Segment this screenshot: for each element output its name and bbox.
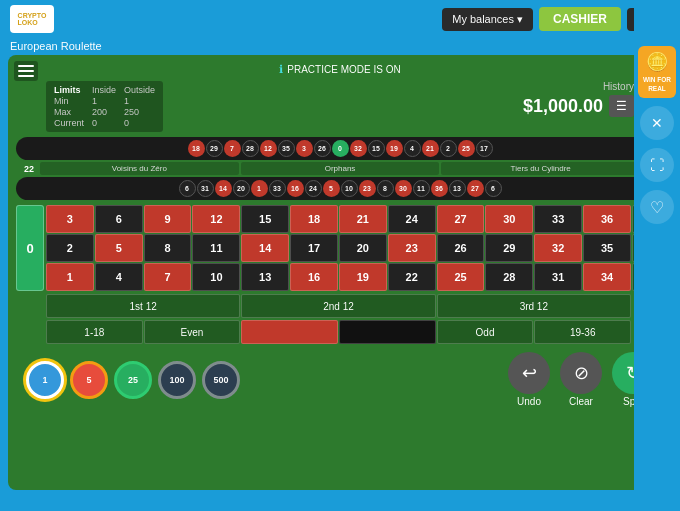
grid-cell[interactable]: 16 (290, 263, 338, 291)
grid-cell[interactable]: 14 (241, 234, 289, 262)
close-sidebar-button[interactable]: ✕ (640, 106, 674, 140)
chip-25[interactable]: 25 (114, 361, 152, 399)
orphans-btn[interactable]: Orphans (241, 162, 440, 175)
grid-cell[interactable]: 9 (144, 205, 192, 233)
wheel-number[interactable]: 30 (395, 180, 412, 197)
black-bet-btn[interactable] (339, 320, 436, 344)
third-12-btn[interactable]: 3rd 12 (437, 294, 631, 318)
voisins-btn[interactable]: Voisins du Zéro (40, 162, 239, 175)
red-bet-btn[interactable] (241, 320, 338, 344)
grid-cell[interactable]: 32 (534, 234, 582, 262)
wheel-number[interactable]: 15 (368, 140, 385, 157)
chip-1[interactable]: 1 (26, 361, 64, 399)
grid-cell[interactable]: 21 (339, 205, 387, 233)
grid-cell[interactable]: 33 (534, 205, 582, 233)
wheel-number[interactable]: 29 (206, 140, 223, 157)
grid-cell[interactable]: 7 (144, 263, 192, 291)
wheel-number[interactable]: 0 (332, 140, 349, 157)
wheel-number[interactable]: 24 (305, 180, 322, 197)
grid-cell[interactable]: 6 (95, 205, 143, 233)
cashier-button[interactable]: CASHIER (539, 7, 621, 31)
wheel-number[interactable]: 14 (215, 180, 232, 197)
grid-cell[interactable]: 27 (437, 205, 485, 233)
wheel-number[interactable]: 4 (404, 140, 421, 157)
grid-cell[interactable]: 13 (241, 263, 289, 291)
odd-bet-btn[interactable]: Odd (437, 320, 534, 344)
clear-button[interactable]: ⊘ Clear (560, 352, 602, 407)
wheel-number[interactable]: 21 (422, 140, 439, 157)
hamburger-menu[interactable] (14, 61, 38, 81)
grid-cell[interactable]: 24 (388, 205, 436, 233)
wheel-number[interactable]: 32 (350, 140, 367, 157)
wheel-number[interactable]: 8 (377, 180, 394, 197)
grid-cell[interactable]: 3 (46, 205, 94, 233)
second-12-btn[interactable]: 2nd 12 (241, 294, 435, 318)
grid-cell[interactable]: 20 (339, 234, 387, 262)
chip-500[interactable]: 500 (202, 361, 240, 399)
grid-cell[interactable]: 23 (388, 234, 436, 262)
grid-cell[interactable]: 4 (95, 263, 143, 291)
zero-cell[interactable]: 0 (16, 205, 44, 291)
expand-sidebar-button[interactable]: ⛶ (640, 148, 674, 182)
wheel-number[interactable]: 17 (476, 140, 493, 157)
chip-5[interactable]: 5 (70, 361, 108, 399)
wheel-number[interactable]: 36 (431, 180, 448, 197)
grid-cell[interactable]: 11 (192, 234, 240, 262)
grid-cell[interactable]: 29 (485, 234, 533, 262)
grid-cell[interactable]: 12 (192, 205, 240, 233)
wheel-number[interactable]: 6 (485, 180, 502, 197)
grid-cell[interactable]: 15 (241, 205, 289, 233)
favorite-sidebar-button[interactable]: ♡ (640, 190, 674, 224)
grid-cell[interactable]: 22 (388, 263, 436, 291)
even-bet-btn[interactable]: Even (144, 320, 241, 344)
wheel-number[interactable]: 18 (188, 140, 205, 157)
wheel-number[interactable]: 25 (458, 140, 475, 157)
first-12-btn[interactable]: 1st 12 (46, 294, 240, 318)
balance-menu-button[interactable]: ☰ (609, 95, 634, 117)
wheel-number[interactable]: 28 (242, 140, 259, 157)
wheel-number[interactable]: 13 (449, 180, 466, 197)
logo[interactable]: CRYPTOLOKO (10, 5, 54, 33)
wheel-number[interactable]: 5 (323, 180, 340, 197)
wheel-number[interactable]: 20 (233, 180, 250, 197)
grid-cell[interactable]: 35 (583, 234, 631, 262)
grid-cell[interactable]: 1 (46, 263, 94, 291)
wheel-number[interactable]: 35 (278, 140, 295, 157)
my-balances-button[interactable]: My balances ▾ (442, 8, 533, 31)
grid-cell[interactable]: 34 (583, 263, 631, 291)
grid-cell[interactable]: 2 (46, 234, 94, 262)
wheel-number[interactable]: 7 (224, 140, 241, 157)
grid-cell[interactable]: 36 (583, 205, 631, 233)
grid-cell[interactable]: 5 (95, 234, 143, 262)
win-for-real-btn[interactable]: 🪙 WIN FOR REAL (638, 46, 676, 98)
wheel-number[interactable]: 10 (341, 180, 358, 197)
wheel-number[interactable]: 1 (251, 180, 268, 197)
tiers-btn[interactable]: Tiers du Cylindre (441, 162, 640, 175)
wheel-number[interactable]: 16 (287, 180, 304, 197)
wheel-number[interactable]: 23 (359, 180, 376, 197)
high-bet-btn[interactable]: 19-36 (534, 320, 631, 344)
wheel-number[interactable]: 2 (440, 140, 457, 157)
grid-cell[interactable]: 28 (485, 263, 533, 291)
wheel-number[interactable]: 6 (179, 180, 196, 197)
wheel-number[interactable]: 33 (269, 180, 286, 197)
grid-cell[interactable]: 17 (290, 234, 338, 262)
wheel-number[interactable]: 12 (260, 140, 277, 157)
grid-cell[interactable]: 18 (290, 205, 338, 233)
wheel-number[interactable]: 3 (296, 140, 313, 157)
grid-cell[interactable]: 26 (437, 234, 485, 262)
undo-button[interactable]: ↩ Undo (508, 352, 550, 407)
wheel-number[interactable]: 11 (413, 180, 430, 197)
grid-cell[interactable]: 31 (534, 263, 582, 291)
grid-cell[interactable]: 25 (437, 263, 485, 291)
low-bet-btn[interactable]: 1-18 (46, 320, 143, 344)
wheel-number[interactable]: 27 (467, 180, 484, 197)
wheel-number[interactable]: 31 (197, 180, 214, 197)
chip-100[interactable]: 100 (158, 361, 196, 399)
grid-cell[interactable]: 30 (485, 205, 533, 233)
wheel-number[interactable]: 19 (386, 140, 403, 157)
grid-cell[interactable]: 19 (339, 263, 387, 291)
wheel-number[interactable]: 26 (314, 140, 331, 157)
grid-cell[interactable]: 10 (192, 263, 240, 291)
grid-cell[interactable]: 8 (144, 234, 192, 262)
